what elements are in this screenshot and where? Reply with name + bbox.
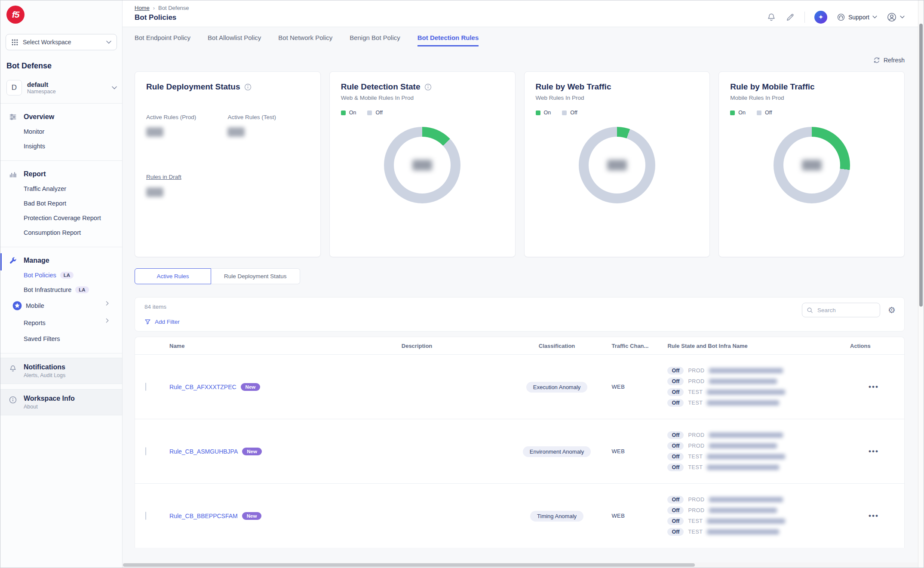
blurred-infra-name [707, 519, 785, 524]
rule-name-link[interactable]: Rule_CB_BBEPPCSFAM [169, 513, 238, 519]
card-title: Rule by Mobile Traffic [730, 82, 814, 92]
row-checkbox[interactable] [145, 383, 146, 391]
search-icon [807, 307, 813, 313]
blurred-infra-name [709, 368, 783, 373]
sidebar-item-monitor[interactable]: Monitor [0, 124, 122, 139]
account-menu[interactable] [887, 12, 905, 22]
gear-icon[interactable]: ⚙ [888, 306, 896, 314]
rule-name-link[interactable]: Rule_CB_ASMGUHBJPA [169, 448, 238, 455]
refresh-button[interactable]: Refresh [873, 57, 905, 64]
sidebar-item-label: Consumption Report [24, 229, 81, 236]
search-input[interactable] [817, 307, 868, 314]
sidebar-section-head-manage[interactable]: Manage [0, 253, 122, 268]
row-actions-button[interactable]: ••• [869, 447, 879, 456]
row-actions-button[interactable]: ••• [869, 383, 879, 391]
headset-icon [837, 13, 845, 21]
sidebar-item-label: Protection Coverage Report [24, 215, 101, 221]
sidebar-item-bot-infrastructure[interactable]: Bot InfrastructureLA [0, 282, 122, 297]
column-header-rule-state-and-bot-infra-name[interactable]: Rule State and Bot Infra Name [667, 343, 850, 349]
rule-name-link[interactable]: Rule_CB_AFXXXTZPEC [169, 384, 236, 390]
la-badge: LA [60, 272, 74, 279]
table-header: NameDescriptionClassificationTraffic Cha… [135, 337, 904, 354]
workspace-selector[interactable]: Select Workspace [6, 34, 117, 50]
vertical-scrollbar-thumb[interactable] [919, 24, 923, 307]
view-toggle: Active RulesRule Deployment Status [135, 268, 924, 284]
card-rule-by-web-traffic: Rule by Web TrafficWeb Rules In ProdOnOf… [524, 71, 710, 257]
blurred-infra-name [707, 400, 779, 405]
sidebar-item-bad-bot-report[interactable]: Bad Bot Report [0, 196, 122, 211]
tab-bot-allowlist-policy[interactable]: Bot Allowlist Policy [208, 34, 261, 46]
legend-label: On [544, 110, 551, 116]
environment-label: TEST [688, 454, 703, 460]
environment-label: TEST [688, 518, 703, 524]
environment-label: PROD [688, 368, 704, 374]
column-header-description[interactable]: Description [402, 343, 433, 349]
rule-state-badge: Off [667, 378, 684, 385]
sparkle-icon: ✦ [818, 13, 824, 21]
sidebar-item-protection-coverage-report[interactable]: Protection Coverage Report [0, 211, 122, 225]
sidebar-item-traffic-analyzer[interactable]: Traffic Analyzer [0, 181, 122, 196]
sidebar-item-bot-policies[interactable]: Bot PoliciesLA [0, 268, 122, 282]
info-icon[interactable] [244, 83, 252, 91]
legend-label: On [738, 110, 746, 116]
stat-active-rules-prod: Active Rules (Prod) [146, 114, 227, 137]
namespace-selector[interactable]: D default Namespace [6, 80, 117, 103]
sidebar-block-workspace-info[interactable]: Workspace InfoAbout [0, 389, 122, 415]
chart-legend: OnOff [341, 110, 504, 116]
breadcrumb-home[interactable]: Home [135, 5, 150, 11]
sidebar-block-text: Workspace InfoAbout [24, 395, 75, 410]
sidebar-block-notifications[interactable]: NotificationsAlerts, Audit Logs [0, 358, 122, 384]
horizontal-scrollbar[interactable] [123, 562, 918, 568]
environment-label: PROD [688, 497, 704, 503]
tab-bot-endpoint-policy[interactable]: Bot Endpoint Policy [135, 34, 190, 46]
sidebar-item-insights[interactable]: Insights [0, 139, 122, 154]
breadcrumb-current: Bot Defense [158, 5, 189, 11]
bell-icon [9, 365, 17, 372]
sidebar-item-label: Mobile [26, 302, 44, 309]
vertical-scrollbar[interactable] [918, 0, 924, 568]
sidebar-section-head-report[interactable]: Report [0, 167, 122, 181]
rules-in-draft-link[interactable]: Rules in Draft [146, 174, 181, 180]
notifications-bell-icon[interactable] [767, 12, 776, 22]
sidebar-section-title: Manage [24, 257, 49, 264]
row-checkbox[interactable] [145, 512, 146, 520]
column-header-actions[interactable]: Actions [850, 343, 897, 349]
rule-state-badge: Off [667, 442, 684, 450]
tab-bot-network-policy[interactable]: Bot Network Policy [278, 34, 332, 46]
horizontal-scrollbar-thumb[interactable] [123, 563, 695, 567]
row-actions-button[interactable]: ••• [869, 512, 879, 520]
rule-state-line: OffTEST [667, 517, 850, 525]
legend-label: Off [570, 110, 577, 116]
row-checkbox[interactable] [145, 447, 146, 455]
legend-label: Off [765, 110, 772, 116]
card-title: Rule Detection State [341, 82, 421, 92]
ai-assistant-button[interactable]: ✦ [814, 11, 827, 24]
column-header-name[interactable]: Name [169, 343, 332, 349]
pencil-icon[interactable] [786, 12, 795, 22]
sidebar-item-saved-filters[interactable]: Saved Filters [0, 332, 122, 346]
sidebar-section-title: Overview [24, 113, 54, 121]
environment-label: PROD [688, 432, 704, 438]
overview-icon [9, 113, 17, 121]
rule-state-line: OffPROD [667, 378, 850, 385]
sidebar-item-mobile[interactable]: Mobile [0, 297, 122, 314]
add-filter-button[interactable]: Add Filter [144, 319, 895, 325]
support-menu[interactable]: Support [837, 13, 877, 21]
blurred-draft-value [146, 187, 163, 197]
chevron-right-icon [106, 318, 115, 328]
table-body: Rule_CB_AFXXXTZPECNewExecution AnomalyWE… [135, 354, 904, 548]
sidebar-item-consumption-report[interactable]: Consumption Report [0, 225, 122, 240]
tab-benign-bot-policy[interactable]: Benign Bot Policy [350, 34, 400, 46]
rule-state-line: OffPROD [667, 442, 850, 450]
blurred-infra-name [709, 433, 783, 438]
environment-label: TEST [688, 464, 703, 470]
info-icon[interactable] [424, 83, 432, 91]
view-toggle-rule-deployment-status[interactable]: Rule Deployment Status [211, 268, 300, 284]
sidebar-item-reports[interactable]: Reports [0, 314, 122, 332]
environment-label: TEST [688, 400, 703, 406]
column-header-classification[interactable]: Classification [539, 343, 575, 349]
column-header-traffic-chan[interactable]: Traffic Chan... [611, 343, 667, 349]
tab-bot-detection-rules[interactable]: Bot Detection Rules [417, 34, 479, 46]
view-toggle-active-rules[interactable]: Active Rules [135, 268, 211, 284]
sidebar-section-head-overview[interactable]: Overview [0, 110, 122, 124]
